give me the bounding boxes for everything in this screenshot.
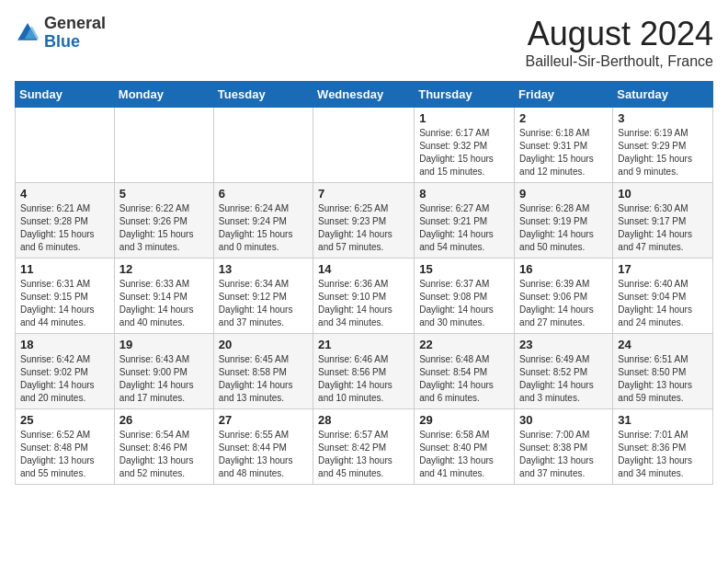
day-info: Sunrise: 6:22 AM Sunset: 9:26 PM Dayligh…	[119, 202, 209, 254]
day-number: 24	[618, 338, 708, 351]
day-info: Sunrise: 6:39 AM Sunset: 9:06 PM Dayligh…	[519, 278, 608, 329]
calendar-cell: 18Sunrise: 6:42 AM Sunset: 9:02 PM Dayli…	[16, 334, 115, 409]
day-info: Sunrise: 6:49 AM Sunset: 8:52 PM Dayligh…	[519, 353, 608, 405]
day-info: Sunrise: 6:52 AM Sunset: 8:48 PM Dayligh…	[20, 429, 109, 480]
day-number: 30	[519, 413, 608, 427]
calendar-header: SundayMondayTuesdayWednesdayThursdayFrid…	[16, 82, 713, 108]
day-number: 27	[219, 413, 308, 427]
day-number: 15	[419, 262, 509, 276]
calendar-cell: 6Sunrise: 6:24 AM Sunset: 9:24 PM Daylig…	[213, 183, 313, 259]
day-number: 18	[20, 338, 109, 351]
day-info: Sunrise: 6:30 AM Sunset: 9:17 PM Dayligh…	[618, 202, 708, 254]
day-number: 11	[20, 262, 109, 276]
calendar-cell	[114, 108, 213, 183]
page-header: General Blue August 2024 Bailleul-Sir-Be…	[15, 15, 713, 70]
calendar-cell: 31Sunrise: 7:01 AM Sunset: 8:36 PM Dayli…	[613, 409, 713, 485]
day-number: 8	[419, 187, 509, 201]
day-number: 22	[419, 338, 509, 351]
calendar-cell: 16Sunrise: 6:39 AM Sunset: 9:06 PM Dayli…	[515, 259, 613, 334]
day-info: Sunrise: 6:48 AM Sunset: 8:54 PM Dayligh…	[419, 353, 509, 405]
calendar-cell: 3Sunrise: 6:19 AM Sunset: 9:29 PM Daylig…	[613, 108, 713, 183]
day-number: 29	[419, 413, 509, 427]
day-number: 12	[119, 262, 209, 276]
day-number: 23	[519, 338, 608, 351]
day-info: Sunrise: 6:31 AM Sunset: 9:15 PM Dayligh…	[20, 278, 109, 329]
day-info: Sunrise: 6:46 AM Sunset: 8:56 PM Dayligh…	[318, 353, 409, 405]
day-info: Sunrise: 6:43 AM Sunset: 9:00 PM Dayligh…	[119, 353, 209, 405]
weekday-header: Monday	[114, 82, 213, 108]
weekday-header: Saturday	[613, 82, 713, 108]
day-info: Sunrise: 6:45 AM Sunset: 8:58 PM Dayligh…	[219, 353, 308, 405]
calendar-cell: 15Sunrise: 6:37 AM Sunset: 9:08 PM Dayli…	[415, 259, 515, 334]
day-number: 19	[119, 338, 209, 351]
calendar-cell: 20Sunrise: 6:45 AM Sunset: 8:58 PM Dayli…	[213, 334, 313, 409]
day-info: Sunrise: 6:27 AM Sunset: 9:21 PM Dayligh…	[419, 202, 509, 254]
calendar-subtitle: Bailleul-Sir-Berthoult, France	[525, 53, 713, 70]
day-info: Sunrise: 7:01 AM Sunset: 8:36 PM Dayligh…	[618, 429, 708, 480]
calendar-cell: 26Sunrise: 6:54 AM Sunset: 8:46 PM Dayli…	[114, 409, 213, 485]
calendar-cell	[213, 108, 313, 183]
logo-general: General	[44, 14, 106, 32]
calendar-cell: 19Sunrise: 6:43 AM Sunset: 9:00 PM Dayli…	[114, 334, 213, 409]
day-number: 28	[318, 413, 409, 427]
calendar-week-row: 25Sunrise: 6:52 AM Sunset: 8:48 PM Dayli…	[16, 409, 713, 485]
day-number: 26	[119, 413, 209, 427]
weekday-header: Thursday	[415, 82, 515, 108]
calendar-cell: 5Sunrise: 6:22 AM Sunset: 9:26 PM Daylig…	[114, 183, 213, 259]
weekday-header: Friday	[515, 82, 613, 108]
calendar-cell: 4Sunrise: 6:21 AM Sunset: 9:28 PM Daylig…	[16, 183, 115, 259]
calendar-cell: 27Sunrise: 6:55 AM Sunset: 8:44 PM Dayli…	[213, 409, 313, 485]
calendar-body: 1Sunrise: 6:17 AM Sunset: 9:32 PM Daylig…	[16, 108, 713, 485]
day-info: Sunrise: 6:25 AM Sunset: 9:23 PM Dayligh…	[318, 202, 409, 254]
weekday-header: Sunday	[16, 82, 115, 108]
day-info: Sunrise: 7:00 AM Sunset: 8:38 PM Dayligh…	[519, 429, 608, 480]
calendar-week-row: 1Sunrise: 6:17 AM Sunset: 9:32 PM Daylig…	[16, 108, 713, 183]
calendar-cell: 24Sunrise: 6:51 AM Sunset: 8:50 PM Dayli…	[613, 334, 713, 409]
calendar-cell	[313, 108, 415, 183]
calendar-cell: 11Sunrise: 6:31 AM Sunset: 9:15 PM Dayli…	[16, 259, 115, 334]
calendar-cell: 9Sunrise: 6:28 AM Sunset: 9:19 PM Daylig…	[515, 183, 613, 259]
day-number: 20	[219, 338, 308, 351]
day-info: Sunrise: 6:19 AM Sunset: 9:29 PM Dayligh…	[618, 127, 708, 178]
calendar-cell: 1Sunrise: 6:17 AM Sunset: 9:32 PM Daylig…	[415, 108, 515, 183]
day-info: Sunrise: 6:17 AM Sunset: 9:32 PM Dayligh…	[419, 127, 509, 178]
title-block: August 2024 Bailleul-Sir-Berthoult, Fran…	[525, 15, 713, 70]
weekday-header: Tuesday	[213, 82, 313, 108]
weekday-row: SundayMondayTuesdayWednesdayThursdayFrid…	[16, 82, 713, 108]
day-number: 21	[318, 338, 409, 351]
day-number: 17	[618, 262, 708, 276]
calendar-cell: 2Sunrise: 6:18 AM Sunset: 9:31 PM Daylig…	[515, 108, 613, 183]
calendar-cell: 28Sunrise: 6:57 AM Sunset: 8:42 PM Dayli…	[313, 409, 415, 485]
calendar-cell: 21Sunrise: 6:46 AM Sunset: 8:56 PM Dayli…	[313, 334, 415, 409]
day-number: 2	[519, 111, 608, 125]
calendar-week-row: 18Sunrise: 6:42 AM Sunset: 9:02 PM Dayli…	[16, 334, 713, 409]
calendar-cell: 17Sunrise: 6:40 AM Sunset: 9:04 PM Dayli…	[613, 259, 713, 334]
calendar-cell: 29Sunrise: 6:58 AM Sunset: 8:40 PM Dayli…	[415, 409, 515, 485]
day-info: Sunrise: 6:28 AM Sunset: 9:19 PM Dayligh…	[519, 202, 608, 254]
day-info: Sunrise: 6:40 AM Sunset: 9:04 PM Dayligh…	[618, 278, 708, 329]
calendar-cell	[16, 108, 115, 183]
weekday-header: Wednesday	[313, 82, 415, 108]
day-info: Sunrise: 6:51 AM Sunset: 8:50 PM Dayligh…	[618, 353, 708, 405]
calendar-week-row: 4Sunrise: 6:21 AM Sunset: 9:28 PM Daylig…	[16, 183, 713, 259]
day-info: Sunrise: 6:24 AM Sunset: 9:24 PM Dayligh…	[219, 202, 308, 254]
calendar-cell: 10Sunrise: 6:30 AM Sunset: 9:17 PM Dayli…	[613, 183, 713, 259]
calendar-cell: 25Sunrise: 6:52 AM Sunset: 8:48 PM Dayli…	[16, 409, 115, 485]
day-number: 13	[219, 262, 308, 276]
calendar-cell: 12Sunrise: 6:33 AM Sunset: 9:14 PM Dayli…	[114, 259, 213, 334]
day-number: 31	[618, 413, 708, 427]
day-info: Sunrise: 6:37 AM Sunset: 9:08 PM Dayligh…	[419, 278, 509, 329]
calendar-week-row: 11Sunrise: 6:31 AM Sunset: 9:15 PM Dayli…	[16, 259, 713, 334]
day-info: Sunrise: 6:57 AM Sunset: 8:42 PM Dayligh…	[318, 429, 409, 480]
day-info: Sunrise: 6:36 AM Sunset: 9:10 PM Dayligh…	[318, 278, 409, 329]
day-info: Sunrise: 6:18 AM Sunset: 9:31 PM Dayligh…	[519, 127, 608, 178]
day-number: 3	[618, 111, 708, 125]
logo-text: General Blue	[44, 15, 106, 52]
day-info: Sunrise: 6:54 AM Sunset: 8:46 PM Dayligh…	[119, 429, 209, 480]
day-number: 9	[519, 187, 608, 201]
calendar-table: SundayMondayTuesdayWednesdayThursdayFrid…	[15, 81, 713, 485]
logo-blue: Blue	[44, 32, 80, 51]
day-number: 14	[318, 262, 409, 276]
day-number: 25	[20, 413, 109, 427]
day-number: 4	[20, 187, 109, 201]
